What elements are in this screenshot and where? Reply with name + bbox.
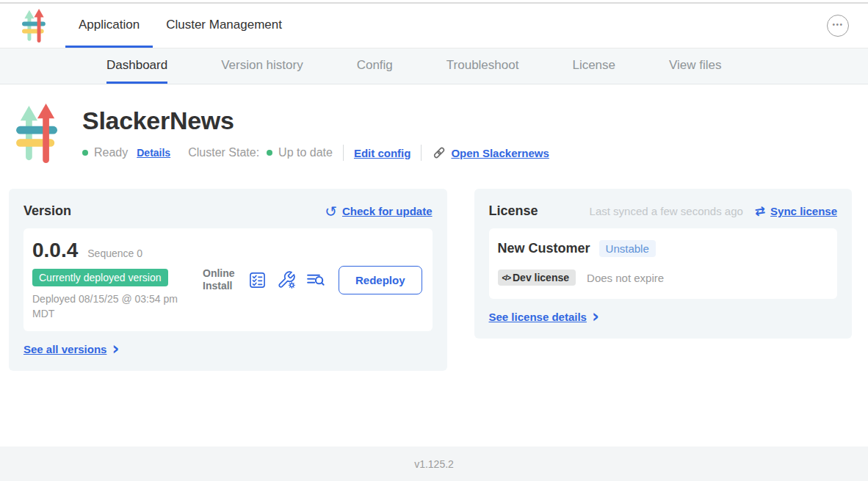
- chevron-right-icon: ›: [112, 342, 119, 356]
- open-app-link[interactable]: Open Slackernews: [432, 145, 549, 160]
- cluster-state-value: Up to date: [278, 146, 333, 159]
- customer-name: New Customer: [498, 241, 590, 256]
- subnav-license[interactable]: License: [572, 48, 615, 84]
- subnav-view-files[interactable]: View files: [669, 48, 722, 84]
- footer: v1.125.2: [0, 446, 868, 481]
- dashboard-cards: Version ↺ Check for update 0.0.4 Sequenc…: [9, 189, 852, 371]
- app-status-dot: [82, 150, 88, 156]
- check-for-update-link[interactable]: ↺ Check for update: [325, 204, 432, 219]
- version-details: 0.0.4 Sequence 0 Currently deployed vers…: [32, 239, 203, 321]
- chevron-right-icon: ›: [592, 310, 599, 324]
- preflight-checks-icon[interactable]: [248, 271, 267, 289]
- divider: [421, 145, 422, 161]
- check-for-update-label: Check for update: [342, 205, 433, 217]
- cluster-state-label: Cluster State:: [188, 146, 259, 159]
- subnav-version-history[interactable]: Version history: [221, 48, 303, 84]
- license-type-badge: </> Dev license: [498, 270, 576, 286]
- tab-cluster-management[interactable]: Cluster Management: [153, 4, 295, 48]
- version-number: 0.0.4: [32, 239, 78, 262]
- slackernews-logo-large: [16, 104, 59, 163]
- page-title: SlackerNews: [82, 106, 549, 135]
- license-card: License Last synced a few seconds ago ⇄ …: [474, 189, 852, 339]
- cluster-state-dot: [267, 150, 272, 156]
- license-details-panel: New Customer Unstable </> Dev license Do…: [489, 228, 837, 299]
- version-actions: Online Install: [203, 266, 424, 294]
- see-license-details-link[interactable]: See license details: [489, 311, 587, 323]
- app-status-label: Ready: [94, 146, 128, 159]
- app-header: SlackerNews Ready Details Cluster State:…: [0, 84, 868, 163]
- see-license-details-row: See license details ›: [489, 310, 837, 324]
- edit-config-link[interactable]: Edit config: [354, 147, 411, 159]
- tab-application[interactable]: Application: [65, 4, 153, 48]
- app-subnav: Dashboard Version history Config Trouble…: [0, 48, 868, 84]
- subnav-config[interactable]: Config: [357, 48, 393, 84]
- divider: [343, 145, 344, 161]
- license-card-title: License: [489, 203, 538, 219]
- version-card-header: Version ↺ Check for update: [23, 203, 433, 219]
- install-type-label: Online Install: [203, 267, 238, 293]
- current-version-panel: 0.0.4 Sequence 0 Currently deployed vers…: [23, 228, 433, 331]
- deployed-timestamp: Deployed 08/15/25 @ 03:54 pm MDT: [32, 292, 183, 321]
- sequence-label: Sequence 0: [87, 247, 142, 259]
- slackernews-logo-icon: [22, 9, 46, 43]
- sync-license-link[interactable]: ⇄ Sync license: [755, 205, 837, 217]
- version-card: Version ↺ Check for update 0.0.4 Sequenc…: [9, 189, 447, 371]
- sync-license-label: Sync license: [770, 205, 837, 217]
- console-version-label: v1.125.2: [414, 458, 454, 470]
- redeploy-button[interactable]: Redeploy: [339, 266, 422, 294]
- expiration-label: Does not expire: [587, 272, 664, 284]
- license-type-label: Dev license: [513, 272, 569, 283]
- status-details-link[interactable]: Details: [137, 147, 170, 159]
- version-card-title: Version: [23, 203, 71, 219]
- top-nav: Application Cluster Management •••: [0, 4, 868, 48]
- refresh-icon: ↺: [325, 204, 337, 219]
- code-icon: </>: [502, 274, 510, 282]
- overflow-menu-button[interactable]: •••: [827, 15, 849, 37]
- channel-badge: Unstable: [599, 240, 656, 257]
- link-chain-icon: [432, 145, 446, 160]
- license-card-header: License Last synced a few seconds ago ⇄ …: [489, 203, 837, 219]
- app-logo-small: [22, 4, 46, 48]
- last-synced-label: Last synced a few seconds ago: [590, 205, 743, 217]
- deploy-logs-icon[interactable]: [306, 270, 325, 289]
- see-all-versions-link[interactable]: See all versions: [23, 343, 106, 355]
- ellipsis-icon: •••: [832, 21, 843, 30]
- config-tools-icon[interactable]: [277, 270, 296, 289]
- top-nav-tabs: Application Cluster Management: [65, 4, 295, 48]
- deployed-status-badge: Currently deployed version: [32, 269, 168, 286]
- see-all-versions-row: See all versions ›: [23, 342, 433, 356]
- app-info: SlackerNews Ready Details Cluster State:…: [82, 104, 549, 163]
- app-status-row: Ready Details Cluster State: Up to date …: [82, 145, 549, 161]
- subnav-dashboard[interactable]: Dashboard: [106, 48, 167, 84]
- subnav-troubleshoot[interactable]: Troubleshoot: [446, 48, 519, 84]
- sync-arrows-icon: ⇄: [754, 204, 766, 218]
- open-app-link-label: Open Slackernews: [451, 147, 549, 159]
